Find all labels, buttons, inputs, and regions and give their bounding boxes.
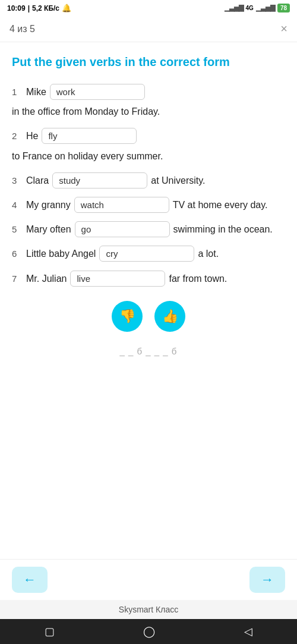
thumbs-down-button[interactable]: 👎: [112, 301, 143, 332]
exercise-before-text: Mike: [26, 84, 46, 100]
answer-input-4[interactable]: [74, 197, 169, 213]
main-content: Put the given verbs in the correct form …: [0, 42, 297, 559]
exercise-number: 7: [12, 271, 23, 287]
exercise-after-text: swimming in the ocean.: [173, 221, 273, 237]
android-square-button[interactable]: ▢: [45, 625, 55, 638]
exercise-number: 6: [12, 246, 23, 262]
exercise-after-text: a lot.: [198, 246, 219, 262]
android-back-button[interactable]: ◁: [244, 625, 252, 638]
signal-icon-2: ▁▃▅▇: [256, 4, 275, 12]
exercise-item: 3Claraat University.: [12, 172, 285, 189]
status-bar: 10:09 | 5,2 КБ/с 🔔 ▁▃▅▇ 4G ▁▃▅▇ 78: [0, 0, 297, 16]
exercise-item: 1Mikein the office from Monday to Friday…: [12, 84, 285, 120]
back-arrow-icon: ←: [23, 572, 36, 588]
exercise-item: 6Little baby Angela lot.: [12, 246, 285, 262]
exercise-after-text: to France on holiday every summer.: [12, 148, 163, 164]
status-bar-right: ▁▃▅▇ 4G ▁▃▅▇ 78: [225, 4, 290, 12]
data-speed-value: 5,2 КБ/с: [32, 4, 59, 12]
answer-input-7[interactable]: [70, 271, 165, 287]
exercise-after-text: TV at home every day.: [173, 197, 268, 213]
android-bar: ▢ ◯ ◁: [0, 619, 297, 644]
exercise-before-text: He: [26, 128, 38, 144]
feedback-section: 👎 👍: [12, 287, 285, 341]
exercise-before-text: Clara: [26, 172, 49, 189]
battery-icon: 78: [277, 4, 290, 12]
bell-icon: 🔔: [62, 4, 71, 12]
bottom-nav: ← →: [0, 559, 297, 600]
page-title: Put the given verbs in the correct form: [12, 54, 285, 70]
android-home-button[interactable]: ◯: [143, 625, 155, 638]
exercise-item: 7Mr. Julianfar from town.: [12, 271, 285, 287]
answer-input-6[interactable]: [99, 246, 194, 262]
exercise-item: 2Heto France on holiday every summer.: [12, 128, 285, 164]
exercise-before-text: Little baby Angel: [26, 246, 96, 262]
exercise-item: 5Mary oftenswimming in the ocean.: [12, 221, 285, 237]
answer-input-3[interactable]: [52, 172, 147, 189]
status-bar-left: 10:09 | 5,2 КБ/с 🔔: [7, 4, 71, 12]
exercise-before-text: Mr. Julian: [26, 271, 67, 287]
top-bar: 4 из 5 ×: [0, 16, 297, 42]
exercise-item: 4My grannyTV at home every day.: [12, 197, 285, 213]
time-label: 10:09: [7, 4, 26, 12]
close-button[interactable]: ×: [280, 22, 287, 36]
exercise-after-text: in the office from Monday to Friday.: [12, 103, 160, 120]
exercise-number: 1: [12, 84, 23, 100]
signal-icon: ▁▃▅▇: [225, 4, 244, 12]
forward-button[interactable]: →: [249, 567, 285, 593]
score-row: _ _ б _ _ _ б: [12, 341, 285, 366]
exercise-number: 2: [12, 128, 23, 144]
footer-label: Skysmart Класс: [119, 605, 178, 614]
answer-input-2[interactable]: [42, 128, 137, 144]
answer-input-5[interactable]: [75, 221, 170, 237]
back-button[interactable]: ←: [12, 567, 48, 593]
exercise-after-text: at University.: [151, 172, 205, 189]
exercise-after-text: far from town.: [169, 271, 227, 287]
exercise-before-text: My granny: [26, 197, 71, 213]
network-icon: 4G: [246, 5, 254, 11]
exercise-number: 5: [12, 222, 23, 237]
data-speed: |: [28, 4, 30, 12]
forward-arrow-icon: →: [261, 572, 274, 588]
footer-bar: Skysmart Класс: [0, 600, 297, 619]
exercise-before-text: Mary often: [26, 221, 71, 237]
progress-label: 4 из 5: [10, 24, 35, 34]
exercise-number: 3: [12, 173, 23, 189]
exercise-list: 1Mikein the office from Monday to Friday…: [12, 84, 285, 287]
answer-input-1[interactable]: [50, 84, 145, 100]
thumbs-up-button[interactable]: 👍: [154, 301, 185, 332]
exercise-number: 4: [12, 197, 23, 213]
